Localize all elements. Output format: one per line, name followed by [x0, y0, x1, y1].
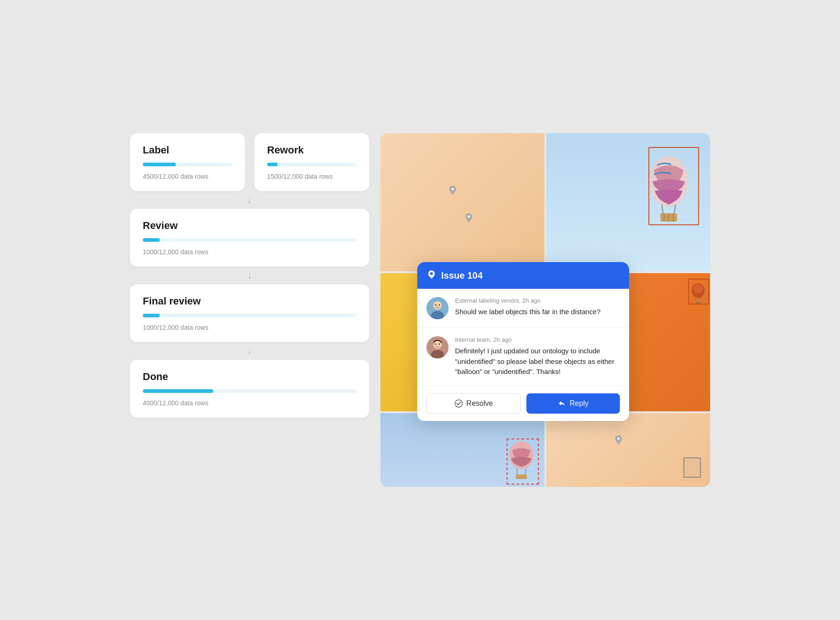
done-progress-fill	[143, 389, 213, 393]
issue-header: Issue 104	[417, 262, 629, 289]
comment-1-content: External labeling vendor, 2h ago Should …	[455, 297, 620, 319]
issue-body: External labeling vendor, 2h ago Should …	[417, 289, 629, 386]
rework-card: Rework 1500/12,000 data rows	[254, 133, 369, 191]
issue-title: Issue 104	[441, 270, 483, 281]
reply-button[interactable]: Reply	[526, 393, 620, 414]
comment-2-text: Definitely! I just updated our ontology …	[455, 346, 620, 377]
image-cell-2	[546, 133, 710, 271]
avatar-1	[426, 297, 449, 319]
svg-point-29	[433, 301, 442, 310]
comment-2-meta: Internal team, 2h ago	[455, 336, 620, 343]
rework-progress-fill	[267, 163, 278, 166]
issue-actions: Resolve Reply	[417, 386, 629, 421]
done-progress-bg	[143, 389, 356, 393]
svg-point-37	[439, 344, 440, 345]
arrow-down-3: ↓	[130, 342, 369, 360]
final-review-title: Final review	[143, 295, 356, 307]
review-progress-fill	[143, 238, 160, 242]
comment-1-text: Should we label objects this far in the …	[455, 307, 620, 317]
review-subtitle: 1000/12,000 data rows	[143, 248, 356, 256]
image-cell-5	[380, 413, 544, 487]
label-subtitle: 4500/12,000 data rows	[143, 173, 232, 180]
final-review-progress-fill	[143, 314, 160, 317]
svg-point-38	[455, 400, 462, 407]
rework-card-title: Rework	[267, 144, 356, 156]
comment-2-content: Internal team, 2h ago Definitely! I just…	[455, 336, 620, 377]
pin-grey-2	[466, 213, 472, 224]
review-progress-bg	[143, 238, 356, 242]
avatar-2	[426, 336, 449, 358]
resolve-button[interactable]: Resolve	[426, 393, 521, 414]
svg-point-24	[617, 438, 619, 440]
final-review-progress-bg	[143, 314, 356, 317]
annotation-box-balloon-2	[648, 147, 699, 225]
done-title: Done	[143, 371, 356, 383]
pin-grey-cell6	[615, 435, 622, 446]
rework-progress-bg	[267, 163, 356, 166]
svg-point-1	[468, 216, 470, 218]
reply-icon	[558, 399, 566, 408]
image-panel: !	[380, 133, 710, 487]
comment-1-meta: External labeling vendor, 2h ago	[455, 297, 620, 304]
annotation-box-dashed	[507, 439, 539, 485]
workflow-row-1: Label 4500/12,000 data rows Rework 1500/…	[130, 133, 369, 191]
reply-label: Reply	[570, 399, 589, 408]
pin-grey-1	[449, 186, 456, 197]
arrow-down-2: ↓	[130, 267, 369, 284]
svg-point-31	[439, 304, 440, 306]
svg-point-25	[430, 272, 433, 275]
issue-popup: Issue 104	[417, 262, 629, 421]
check-circle-icon	[455, 399, 463, 408]
rework-subtitle: 1500/12,000 data rows	[267, 173, 356, 180]
label-card: Label 4500/12,000 data rows	[130, 133, 245, 191]
svg-point-36	[435, 344, 437, 345]
comment-1: External labeling vendor, 2h ago Should …	[417, 289, 629, 328]
label-progress-bg	[143, 163, 232, 166]
arrow-down-1: ↓	[130, 191, 369, 209]
issue-location-icon	[426, 269, 437, 281]
resolve-label: Resolve	[467, 399, 493, 408]
done-subtitle: 4000/12,000 data rows	[143, 399, 356, 407]
annotation-box-grey	[683, 457, 701, 478]
done-card: Done 4000/12,000 data rows	[130, 360, 369, 418]
comment-2: Internal team, 2h ago Definitely! I just…	[417, 328, 629, 386]
label-card-title: Label	[143, 144, 232, 156]
review-title: Review	[143, 220, 356, 232]
review-card: Review 1000/12,000 data rows	[130, 209, 369, 267]
final-review-card: Final review 1000/12,000 data rows	[130, 284, 369, 342]
label-progress-fill	[143, 163, 176, 166]
final-review-subtitle: 1000/12,000 data rows	[143, 324, 356, 331]
image-cell-1	[380, 133, 544, 271]
svg-point-0	[451, 188, 454, 190]
workflow-panel: Label 4500/12,000 data rows Rework 1500/…	[130, 133, 369, 418]
image-cell-6	[546, 413, 710, 487]
svg-point-30	[435, 304, 437, 306]
annotation-box-orange	[688, 279, 709, 304]
